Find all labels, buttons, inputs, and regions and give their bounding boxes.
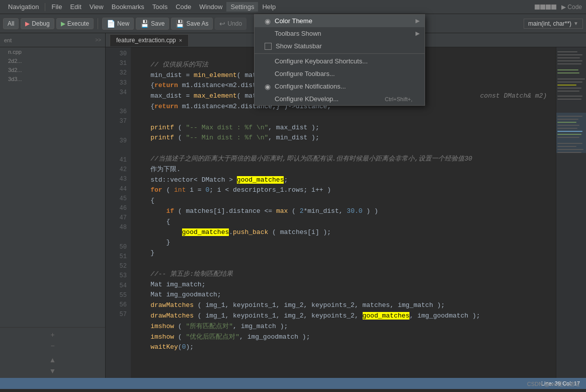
minimap xyxy=(556,47,586,378)
menu-item-statusbar-label: Show Statusbar xyxy=(276,42,322,50)
svg-rect-16 xyxy=(557,116,582,117)
menu-window[interactable]: Window xyxy=(195,2,226,12)
function-dropdown[interactable]: main(int, char**) ▼ xyxy=(524,19,583,29)
svg-rect-26 xyxy=(557,149,583,150)
scroll-up-icon[interactable]: ▲ xyxy=(48,355,57,365)
saveas-button[interactable]: 💾 Save As xyxy=(171,18,213,30)
menu-item-notifications-label: Configure Notifications... xyxy=(275,83,346,90)
menu-view[interactable]: View xyxy=(86,2,108,12)
toolbar-sep-1 xyxy=(98,18,98,29)
open-file-3[interactable]: 3d2... xyxy=(0,65,105,74)
panel-expand-icon[interactable]: >> xyxy=(95,37,101,43)
svg-rect-9 xyxy=(557,82,582,83)
execute-label: Execute xyxy=(67,20,89,27)
checkbox-show-statusbar[interactable] xyxy=(265,43,272,50)
menu-item-configure-notifications[interactable]: ◉ Configure Notifications... xyxy=(255,80,425,93)
all-label: All xyxy=(8,20,14,27)
svg-rect-18 xyxy=(557,122,576,123)
svg-rect-5 xyxy=(557,63,581,64)
debug-label: Debug xyxy=(32,20,49,27)
execute-button[interactable]: ▶ Execute xyxy=(56,18,94,29)
menu-item-toolbars-shown[interactable]: ◯ Toolbars Shown ▶ xyxy=(255,27,425,40)
menubar: Navigation File Edit View Bookmarks Tool… xyxy=(0,0,586,14)
saveas-label: Save As xyxy=(186,20,208,27)
menubar-separator-1 xyxy=(45,3,45,11)
menu-item-toolbars2-label: Configure Toolbars... xyxy=(275,70,335,77)
statusbar: Line: 39 Col: 17 xyxy=(0,378,586,389)
open-file-2[interactable]: 2d2... xyxy=(0,56,105,65)
debug-button[interactable]: ▶ Debug xyxy=(21,18,54,29)
minimap-preview xyxy=(556,47,586,249)
toolbars-arrow-icon: ▶ xyxy=(415,30,420,37)
svg-rect-21 xyxy=(557,131,582,132)
menu-navigation[interactable]: Navigation xyxy=(4,2,43,12)
svg-rect-24 xyxy=(557,143,582,144)
save-label: Save xyxy=(151,20,164,27)
menu-item-kdevelop-label: Configure KDevelop... xyxy=(275,95,339,103)
left-section: ent >> n.cpp 2d2... 3d2... 3d3... + − ▲ … xyxy=(0,33,106,378)
radio-dot-notifications: ◉ xyxy=(265,84,271,90)
svg-rect-20 xyxy=(557,128,577,129)
scroll-controls: + − ▲ ▼ xyxy=(0,327,105,378)
svg-rect-11 xyxy=(557,88,581,89)
panel-header-label: ent xyxy=(4,37,12,43)
tab-close-icon[interactable]: × xyxy=(179,37,182,43)
menu-item-configure-kdevelop[interactable]: ◯ Configure KDevelop... Ctrl+Shift+, xyxy=(255,93,425,105)
editor-tab[interactable]: feature_extraction.cpp × xyxy=(110,34,189,46)
settings-dropdown-menu[interactable]: ◉ Color Theme ▶ ◯ Toolbars Shown ▶ Show … xyxy=(254,14,425,106)
open-file-1[interactable]: n.cpp xyxy=(0,47,105,56)
menu-item-toolbars-label: Toolbars Shown xyxy=(275,30,321,37)
menu-file[interactable]: File xyxy=(47,2,66,12)
menu-settings[interactable]: Settings xyxy=(226,2,258,12)
svg-rect-19 xyxy=(557,125,579,126)
kdevelop-shortcut: Ctrl+Shift+, xyxy=(385,96,412,102)
open-files-list: n.cpp 2d2... 3d2... 3d3... xyxy=(0,47,105,327)
svg-rect-25 xyxy=(557,146,576,147)
line-numbers: 30 31 32 33 34 36 37 39 41 42 43 44 45 4… xyxy=(106,47,131,378)
new-button[interactable]: 📄 New xyxy=(102,18,134,30)
menu-item-color-theme[interactable]: ◉ Color Theme ▶ xyxy=(255,15,425,27)
undo-button[interactable]: ↩ Undo xyxy=(215,18,246,30)
color-theme-arrow-icon: ▶ xyxy=(415,18,420,24)
add-icon[interactable]: + xyxy=(49,330,55,340)
svg-rect-17 xyxy=(557,119,578,120)
remove-icon[interactable]: − xyxy=(49,341,55,351)
panel-top-bar: ent >> xyxy=(0,33,105,47)
svg-rect-27 xyxy=(557,152,581,153)
svg-rect-1 xyxy=(557,51,577,52)
svg-rect-2 xyxy=(557,54,582,55)
menu-item-color-theme-label: Color Theme xyxy=(275,17,312,25)
tab-filename: feature_extraction.cpp xyxy=(116,37,176,44)
menu-edit[interactable]: Edit xyxy=(66,2,85,12)
svg-rect-3 xyxy=(557,57,580,58)
all-button[interactable]: All xyxy=(3,18,19,29)
menu-item-configure-keyboard[interactable]: ◯ Configure Keyboard Shortcuts... xyxy=(255,55,425,67)
menu-bookmarks[interactable]: Bookmarks xyxy=(108,2,148,12)
function-dropdown-arrow: ▼ xyxy=(573,21,578,26)
menu-item-keyboard-label: Configure Keyboard Shortcuts... xyxy=(275,57,368,65)
menu-help[interactable]: Help xyxy=(258,2,280,12)
svg-rect-7 xyxy=(557,72,579,73)
save-button[interactable]: 💾 Save xyxy=(136,18,169,30)
function-dropdown-value: main(int, char**) xyxy=(528,20,571,27)
open-file-4[interactable]: 3d3... xyxy=(0,74,105,84)
radio-dot-color-theme: ◉ xyxy=(265,18,271,24)
svg-rect-6 xyxy=(557,69,578,70)
undo-label: Undo xyxy=(227,20,242,27)
menu-item-configure-toolbars[interactable]: ◯ Configure Toolbars... xyxy=(255,67,425,80)
menu-code[interactable]: Code xyxy=(172,2,195,12)
svg-rect-10 xyxy=(557,85,576,86)
svg-rect-8 xyxy=(557,79,585,80)
svg-rect-13 xyxy=(557,96,582,97)
menu-item-show-statusbar[interactable]: Show Statusbar xyxy=(255,40,425,52)
svg-rect-14 xyxy=(557,99,581,100)
svg-rect-23 xyxy=(557,137,579,138)
watermark: CSDN @ww是头猪哇 xyxy=(527,380,580,388)
svg-rect-22 xyxy=(557,134,581,135)
scroll-down-icon[interactable]: ▼ xyxy=(48,366,57,376)
svg-rect-4 xyxy=(557,60,582,61)
menu-tools[interactable]: Tools xyxy=(148,2,172,12)
menu-separator-1 xyxy=(255,53,425,54)
new-label: New xyxy=(117,20,129,27)
svg-rect-12 xyxy=(557,91,579,92)
